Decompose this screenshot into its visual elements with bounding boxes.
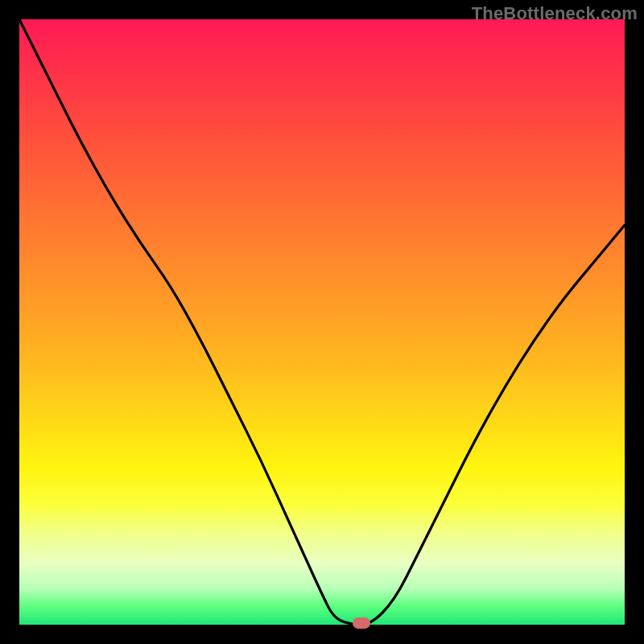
- bottleneck-curve-path: [19, 19, 625, 625]
- optimal-point-marker: [353, 617, 370, 629]
- bottleneck-line: [19, 19, 625, 625]
- watermark-text: TheBottleneck.com: [472, 3, 638, 24]
- chart-plot-area: [19, 19, 625, 625]
- chart-frame: TheBottleneck.com: [0, 0, 644, 644]
